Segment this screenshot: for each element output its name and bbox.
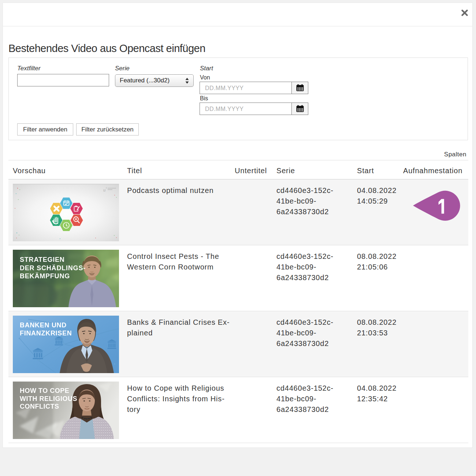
svg-text:CONFLICTS: CONFLICTS (20, 403, 59, 410)
svg-text:BEKÄMPFUNG: BEKÄMPFUNG (20, 272, 70, 280)
svg-text:STRATEGIEN: STRATEGIEN (20, 256, 65, 263)
svg-text:DER SCHÄDLINGS-: DER SCHÄDLINGS- (20, 264, 86, 272)
svg-text:WITH RELIGIOUS: WITH RELIGIOUS (20, 395, 77, 402)
svg-text:FINANZKRISEN: FINANZKRISEN (20, 330, 72, 337)
svg-text:b: b (106, 187, 107, 189)
svg-text:BANKEN UND: BANKEN UND (20, 321, 67, 329)
svg-text:HOW TO COPE: HOW TO COPE (20, 387, 69, 394)
